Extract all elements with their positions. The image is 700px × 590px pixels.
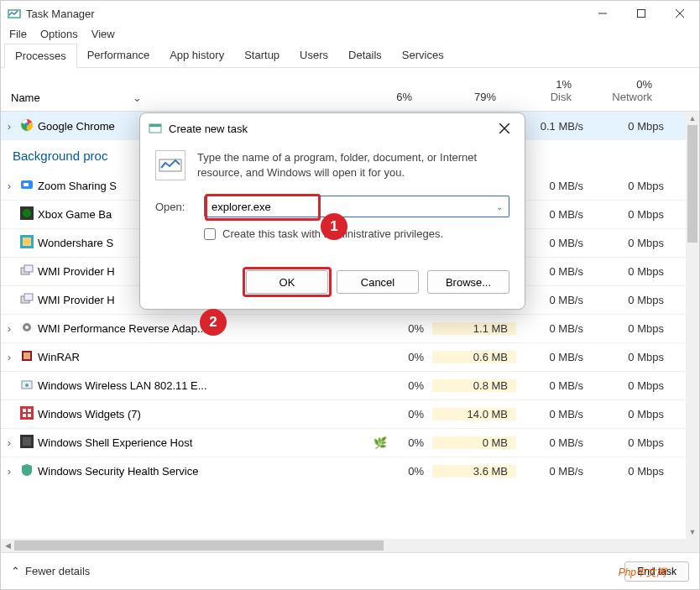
vertical-scrollbar[interactable]: ▲▼ xyxy=(686,112,699,539)
network-value: 0 Mbps xyxy=(592,408,672,420)
close-button[interactable] xyxy=(661,1,699,26)
disk-value: 0 MB/s xyxy=(516,379,592,392)
menubar: File Options View xyxy=(1,26,699,44)
process-icon xyxy=(18,406,36,422)
leaf-icon: 🌿 xyxy=(374,436,385,449)
memory-value: 0.8 MB xyxy=(432,379,516,392)
process-row[interactable]: ›WinRAR0%0.6 MB0 MB/s0 Mbps xyxy=(1,342,699,371)
disk-value: 0.1 MB/s xyxy=(516,120,592,133)
column-cpu[interactable]: 6% xyxy=(374,89,421,111)
horizontal-scrollbar[interactable]: ◀ xyxy=(1,539,699,552)
process-icon xyxy=(18,292,36,308)
svg-rect-27 xyxy=(28,414,31,417)
expand-icon[interactable]: › xyxy=(1,436,18,449)
expand-icon[interactable]: › xyxy=(1,465,18,478)
cpu-value: 0% xyxy=(385,436,432,449)
svg-point-18 xyxy=(25,326,29,329)
tab-details[interactable]: Details xyxy=(338,44,392,67)
open-combobox[interactable]: ⌄ xyxy=(204,196,509,217)
disk-value: 0 MB/s xyxy=(516,322,592,335)
maximize-button[interactable] xyxy=(622,1,661,26)
cpu-value: 0% xyxy=(385,351,432,363)
open-label: Open: xyxy=(155,201,196,213)
disk-value: 0 MB/s xyxy=(516,208,592,221)
dialog-instruction: Type the name of a program, folder, docu… xyxy=(197,150,509,180)
network-value: 0 Mbps xyxy=(592,294,672,306)
process-name: Windows Shell Experience Host xyxy=(36,436,374,449)
expand-icon[interactable]: › xyxy=(1,180,18,192)
dialog-icon xyxy=(149,122,162,135)
disk-value: 0 MB/s xyxy=(516,436,592,449)
memory-value: 3.6 MB xyxy=(432,465,516,478)
svg-rect-31 xyxy=(149,124,161,127)
open-input[interactable] xyxy=(205,201,490,213)
dialog-title: Create new task xyxy=(169,123,248,135)
network-value: 0 Mbps xyxy=(592,180,672,192)
footer: ⌃ Fewer details End task xyxy=(1,552,699,589)
admin-checkbox[interactable] xyxy=(204,228,216,240)
expand-icon[interactable]: › xyxy=(1,322,18,335)
annotation-badge-2: 2 xyxy=(200,309,227,336)
menu-view[interactable]: View xyxy=(91,28,115,40)
menu-options[interactable]: Options xyxy=(40,28,78,40)
create-task-dialog: Create new task Type the name of a progr… xyxy=(139,112,525,310)
svg-rect-26 xyxy=(23,414,26,417)
svg-rect-2 xyxy=(638,10,645,18)
tab-processes[interactable]: Processes xyxy=(4,44,77,68)
svg-point-10 xyxy=(23,209,31,217)
process-icon xyxy=(18,118,36,134)
svg-rect-14 xyxy=(24,265,33,272)
tab-app-history[interactable]: App history xyxy=(159,44,234,67)
tab-startup[interactable]: Startup xyxy=(234,44,290,67)
cpu-value: 0% xyxy=(385,408,432,420)
disk-value: 0 MB/s xyxy=(516,265,592,278)
dialog-close-button[interactable] xyxy=(493,117,516,140)
expand-icon[interactable]: › xyxy=(1,120,18,133)
expand-icon[interactable]: › xyxy=(1,351,18,363)
browse-button[interactable]: Browse... xyxy=(427,270,509,294)
fewer-details-toggle[interactable]: ⌃ Fewer details xyxy=(11,565,90,577)
process-icon xyxy=(18,206,36,222)
svg-rect-20 xyxy=(24,352,30,359)
column-name[interactable]: Name xyxy=(11,91,40,104)
tab-users[interactable]: Users xyxy=(290,44,338,67)
tab-services[interactable]: Services xyxy=(392,44,454,67)
end-task-button[interactable]: End task xyxy=(624,561,689,582)
process-row[interactable]: Windows Widgets (7)0%14.0 MB0 MB/s0 Mbps xyxy=(1,399,699,428)
process-icon xyxy=(18,321,36,337)
menu-file[interactable]: File xyxy=(9,28,27,40)
process-name: Windows Widgets (7) xyxy=(36,408,374,420)
process-row[interactable]: ›WMI Performance Reverse Adap...0%1.1 MB… xyxy=(1,314,699,342)
process-row[interactable]: ›Windows Shell Experience Host🌿0%0 MB0 M… xyxy=(1,428,699,457)
column-network[interactable]: 0%Network xyxy=(580,76,661,111)
disk-value: 0 MB/s xyxy=(516,294,592,306)
minimize-button[interactable] xyxy=(583,1,622,26)
process-icon xyxy=(18,463,36,479)
dialog-titlebar: Create new task xyxy=(140,113,525,144)
network-value: 0 Mbps xyxy=(592,465,672,478)
svg-rect-8 xyxy=(24,183,29,186)
network-value: 0 Mbps xyxy=(592,120,672,133)
process-name: WinRAR xyxy=(36,351,374,363)
process-name: Windows Wireless LAN 802.11 E... xyxy=(36,379,374,392)
chevron-down-icon[interactable]: ⌄ xyxy=(133,91,142,104)
memory-value: 14.0 MB xyxy=(432,408,516,420)
network-value: 0 Mbps xyxy=(592,237,672,249)
process-icon xyxy=(18,349,36,365)
svg-rect-23 xyxy=(20,406,34,420)
column-disk[interactable]: 1%Disk xyxy=(504,76,580,111)
process-row[interactable]: ›Windows Security Health Service0%3.6 MB… xyxy=(1,457,699,485)
column-headers: Name ⌄ 6% 79% 1%Disk 0%Network xyxy=(1,68,699,112)
dropdown-icon[interactable]: ⌄ xyxy=(490,202,509,211)
cpu-value: 0% xyxy=(385,465,432,478)
run-icon xyxy=(155,150,185,180)
annotation-box-2 xyxy=(243,267,332,297)
cancel-button[interactable]: Cancel xyxy=(337,270,419,294)
process-icon xyxy=(18,264,36,279)
disk-value: 0 MB/s xyxy=(516,465,592,478)
process-row[interactable]: Windows Wireless LAN 802.11 E...0%0.8 MB… xyxy=(1,371,699,399)
tab-performance[interactable]: Performance xyxy=(77,44,159,67)
network-value: 0 Mbps xyxy=(592,351,672,363)
process-icon xyxy=(18,178,36,194)
column-memory[interactable]: 79% xyxy=(421,89,504,111)
